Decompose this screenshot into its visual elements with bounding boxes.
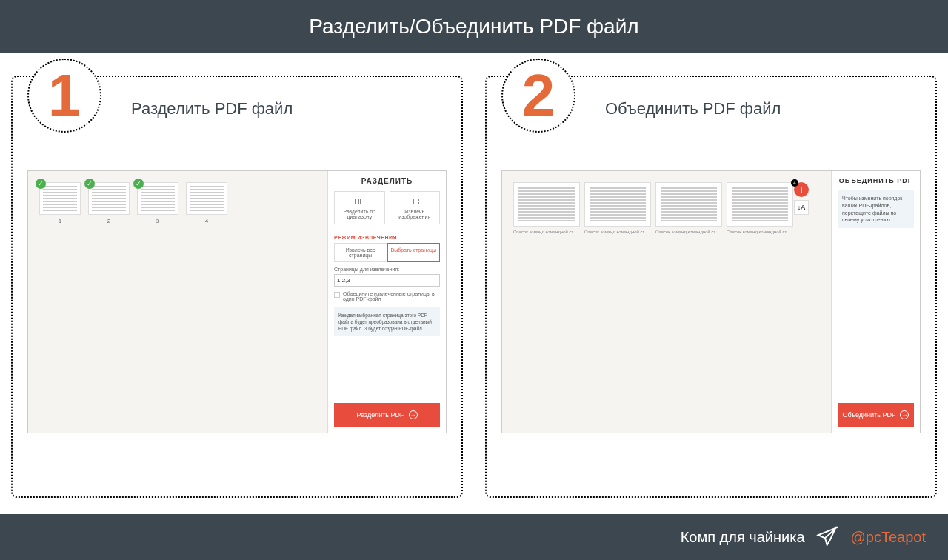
file-caption: Список команд командной ст...: [513, 230, 580, 234]
thumb-number: 2: [88, 218, 130, 224]
merge-button[interactable]: Объединить PDF →: [838, 403, 914, 427]
panel-title-merge: Объединить PDF файл: [605, 99, 921, 119]
info-box: Чтобы изменить порядок ваших PDF-файлов,…: [838, 190, 914, 228]
sidebar-title: ОБЪЕДИНИТЬ PDF: [838, 177, 914, 184]
sort-button[interactable]: ↓A: [794, 200, 809, 215]
step-badge-1: 1: [27, 59, 101, 133]
step-number: 2: [522, 66, 555, 125]
footer-text: Комп для чайника: [681, 529, 805, 546]
merge-thumbs-area: Список команд командной ст... Список ком…: [502, 171, 831, 433]
thumb-wrapper: ✓ 3: [137, 182, 178, 224]
section-label: РЕЖИМ ИЗВЛЕЧЕНИЯ: [334, 235, 440, 240]
extract-tabs: Извлечь все страницы Выбрать страницы: [334, 243, 440, 262]
page-thumb[interactable]: ✓: [39, 182, 81, 215]
thumb-wrapper: 4: [186, 182, 227, 224]
thumb-wrapper: ✓ 1: [39, 182, 81, 224]
mode-range[interactable]: Разделить по диапазону: [334, 191, 385, 224]
range-icon: [336, 196, 383, 207]
panel-merge: 2 Объединить PDF файл Список команд кома…: [485, 76, 937, 498]
merge-sidebar: ОБЪЕДИНИТЬ PDF Чтобы изменить порядок ва…: [831, 171, 920, 433]
file-thumb-wrapper: Список команд командной ст...: [727, 182, 793, 234]
telegram-icon: [816, 525, 840, 549]
check-icon: ✓: [84, 179, 95, 189]
screenshot-split: ✓ 1 ✓ 2 ✓ 3: [27, 170, 447, 433]
page-thumb[interactable]: ✓: [137, 182, 178, 215]
file-thumb-wrapper: Список команд командной ст...: [513, 182, 580, 234]
header-title: Разделить/Объединить PDF файл: [309, 15, 638, 38]
thumb-number: 4: [186, 218, 227, 224]
screenshot-thumbs-area: ✓ 1 ✓ 2 ✓ 3: [28, 171, 327, 433]
merge-checkbox[interactable]: Объедините извлеченные страницы в один P…: [334, 291, 440, 301]
check-icon: ✓: [133, 179, 144, 189]
file-thumb[interactable]: [655, 182, 722, 227]
input-label: Страницы для извлечения:: [334, 267, 440, 272]
file-thumb[interactable]: [727, 182, 793, 227]
file-thumb-wrapper: Список команд командной ст...: [584, 182, 651, 234]
panel-split: 1 Разделить PDF файл ✓ 1 ✓ 2: [11, 76, 463, 498]
pages-input[interactable]: 1,2,3: [334, 274, 440, 287]
add-file-button[interactable]: 4 +: [794, 182, 809, 197]
page-thumb[interactable]: ✓: [88, 182, 130, 215]
split-button[interactable]: Разделить PDF →: [334, 403, 440, 427]
thumb-wrapper: ✓ 2: [88, 182, 130, 224]
screenshot-merge: Список команд командной ст... Список ком…: [501, 170, 921, 433]
file-caption: Список команд командной ст...: [655, 230, 722, 234]
file-caption: Список команд командной ст...: [727, 230, 793, 234]
step-number: 1: [48, 66, 81, 125]
count-badge: 4: [791, 179, 798, 187]
tab-all-pages[interactable]: Извлечь все страницы: [334, 243, 387, 262]
file-thumb[interactable]: [513, 182, 580, 227]
split-modes: Разделить по диапазону Извлечь изображен…: [334, 191, 440, 224]
step-badge-2: 2: [501, 59, 575, 133]
panel-title-split: Разделить PDF файл: [131, 99, 447, 119]
telegram-handle[interactable]: @pcTeapot: [851, 529, 926, 546]
arrow-icon: →: [900, 410, 909, 419]
thumb-number: 3: [137, 218, 178, 224]
sidebar-title: РАЗДЕЛИТЬ: [334, 177, 440, 185]
page-thumb[interactable]: [186, 182, 227, 215]
extract-icon: [392, 196, 438, 207]
checkbox-icon: [334, 292, 340, 298]
split-sidebar: РАЗДЕЛИТЬ Разделить по диапазону Извлечь…: [327, 171, 446, 433]
arrow-icon: →: [409, 410, 418, 419]
info-box: Каждая выбранная страница этого PDF-файл…: [334, 307, 440, 336]
action-buttons: 4 + ↓A: [794, 182, 809, 215]
thumb-number: 1: [39, 218, 81, 224]
check-icon: ✓: [36, 179, 46, 189]
page-footer: Комп для чайника @pcTeapot: [0, 514, 948, 560]
content-area: 1 Разделить PDF файл ✓ 1 ✓ 2: [0, 53, 948, 513]
tab-select-pages[interactable]: Выбрать страницы: [387, 243, 441, 262]
mode-extract[interactable]: Извлечь изображения: [390, 191, 441, 224]
page-header: Разделить/Объединить PDF файл: [0, 0, 948, 53]
file-thumb-wrapper: Список команд командной ст...: [655, 182, 722, 234]
file-caption: Список команд командной ст...: [584, 230, 651, 234]
file-thumb[interactable]: [584, 182, 651, 227]
